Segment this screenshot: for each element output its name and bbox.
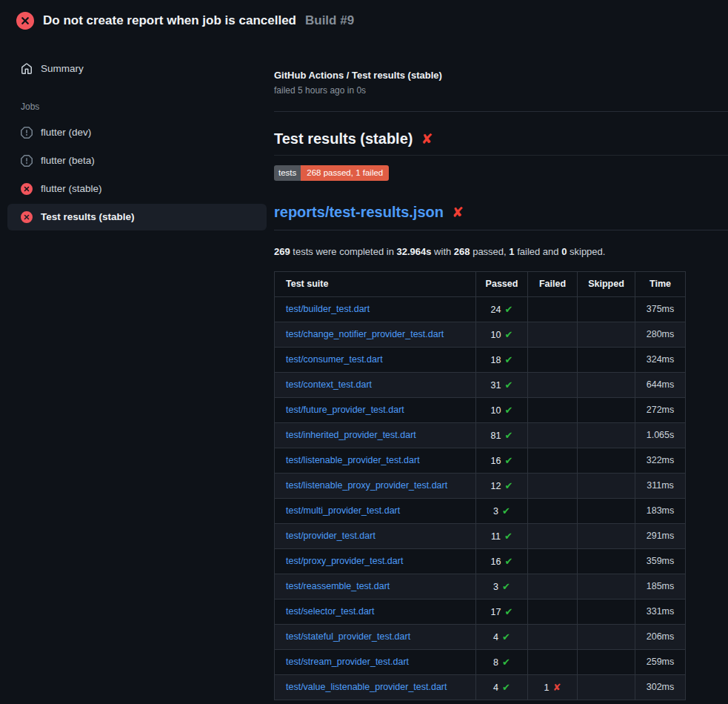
passed-count: 11: [491, 531, 501, 542]
job-label: Test results (stable): [41, 211, 135, 223]
failed-cell: 1✘: [528, 674, 578, 700]
time-cell: 272ms: [635, 397, 686, 422]
suite-link[interactable]: test/value_listenable_provider_test.dart: [286, 682, 447, 692]
failed-cell: [528, 473, 578, 498]
job-label: flutter (stable): [41, 183, 102, 195]
report-file-link[interactable]: reports/test-results.json: [274, 204, 444, 221]
table-header-row: Test suitePassedFailedSkippedTime: [275, 271, 686, 296]
passed-count: 4: [493, 683, 498, 693]
home-icon: [21, 63, 33, 75]
passed-cell: 18✔: [476, 347, 528, 372]
column-header: Skipped: [578, 271, 635, 296]
time-cell: 1.065s: [635, 422, 686, 448]
sidebar-job-item[interactable]: flutter (beta): [7, 147, 267, 174]
passed-cell: 11✔: [476, 523, 528, 548]
skipped-cell: [578, 574, 635, 599]
failed-cell: [528, 347, 578, 372]
skipped-cell: [578, 296, 635, 322]
suite-link[interactable]: test/stream_provider_test.dart: [286, 657, 409, 667]
check-icon: ✔: [505, 430, 513, 441]
check-icon: ✔: [505, 455, 513, 466]
job-label: flutter (beta): [41, 155, 95, 167]
suite-cell: test/builder_test.dart: [275, 296, 476, 322]
sidebar-job-item[interactable]: Test results (stable): [7, 204, 267, 230]
table-row: test/provider_test.dart11✔291ms: [275, 523, 686, 548]
passed-count: 8: [493, 657, 498, 668]
column-header: Failed: [528, 271, 578, 296]
suite-link[interactable]: test/listenable_provider_test.dart: [286, 455, 420, 465]
suite-cell: test/value_listenable_provider_test.dart: [275, 674, 476, 700]
failed-x-icon: ✘: [452, 205, 464, 219]
tests-badge-label: tests: [274, 165, 301, 181]
failed-cell: [528, 448, 578, 473]
check-icon: ✔: [502, 581, 510, 592]
passed-count: 12: [491, 481, 501, 491]
failed-cell: [528, 574, 578, 599]
failed-status-icon: [16, 12, 34, 30]
table-row: test/stream_provider_test.dart8✔259ms: [275, 649, 686, 674]
passed-count: 18: [491, 355, 501, 365]
sidebar-job-item[interactable]: flutter (dev): [7, 119, 267, 146]
check-icon: ✔: [502, 682, 510, 693]
suite-link[interactable]: test/proxy_provider_test.dart: [286, 556, 403, 566]
summary-segment: tests were completed in: [290, 246, 397, 257]
suite-cell: test/change_notifier_provider_test.dart: [275, 322, 476, 347]
suite-link[interactable]: test/change_notifier_provider_test.dart: [286, 329, 444, 339]
check-icon: ✔: [505, 556, 513, 567]
suite-link[interactable]: test/multi_provider_test.dart: [286, 505, 400, 516]
jobs-section-label: Jobs: [21, 102, 267, 112]
suite-link[interactable]: test/listenable_proxy_provider_test.dart: [286, 480, 447, 491]
run-status-text: failed 5 hours ago in 0s: [274, 85, 728, 96]
suite-cell: test/selector_test.dart: [275, 599, 476, 624]
sidebar-job-item[interactable]: flutter (stable): [7, 176, 267, 202]
check-icon: ✔: [502, 631, 510, 642]
suite-link[interactable]: test/builder_test.dart: [286, 304, 370, 314]
column-header: Passed: [476, 271, 528, 296]
summary-segment: skipped.: [567, 246, 605, 257]
suite-link[interactable]: test/selector_test.dart: [286, 606, 375, 617]
suite-link[interactable]: test/inherited_provider_test.dart: [286, 430, 416, 440]
passed-count: 17: [491, 607, 501, 617]
summary-segment: 268: [454, 246, 470, 257]
passed-count: 10: [491, 405, 501, 416]
check-icon: ✔: [505, 304, 513, 315]
suite-link[interactable]: test/consumer_test.dart: [286, 354, 383, 365]
summary-segment: with: [432, 246, 454, 257]
skipped-cell: [578, 473, 635, 498]
passed-count: 10: [491, 330, 501, 340]
failed-cell: [528, 372, 578, 397]
failed-cell: [528, 599, 578, 624]
suite-link[interactable]: test/future_provider_test.dart: [286, 405, 404, 415]
failed-cell: [528, 422, 578, 448]
skipped-cell: [578, 372, 635, 397]
time-cell: 259ms: [635, 649, 686, 674]
table-row: test/future_provider_test.dart10✔272ms: [275, 397, 686, 422]
header-divider: [274, 111, 728, 112]
failed-cell: [528, 624, 578, 649]
passed-count: 16: [491, 557, 501, 567]
sidebar-item-summary[interactable]: Summary: [7, 56, 267, 82]
table-row: test/proxy_provider_test.dart16✔359ms: [275, 548, 686, 574]
skipped-cell: [578, 422, 635, 448]
suite-link[interactable]: test/provider_test.dart: [286, 531, 375, 541]
summary-segment: passed,: [470, 246, 510, 257]
suite-link[interactable]: test/stateful_provider_test.dart: [286, 631, 410, 642]
check-icon: ✔: [505, 379, 513, 391]
table-row: test/multi_provider_test.dart3✔183ms: [275, 498, 686, 523]
passed-cell: 16✔: [476, 548, 528, 574]
skipped-cell: [578, 498, 635, 523]
suite-cell: test/reassemble_test.dart: [275, 574, 476, 599]
suite-link[interactable]: test/context_test.dart: [286, 379, 372, 390]
build-number: Build #9: [305, 13, 354, 28]
suite-link[interactable]: test/reassemble_test.dart: [286, 581, 390, 591]
suite-cell: test/listenable_proxy_provider_test.dart: [275, 473, 476, 498]
check-icon: ✔: [505, 354, 513, 365]
check-icon: ✔: [505, 480, 513, 491]
check-run-content: GitHub Actions / Test results (stable) f…: [274, 41, 728, 700]
passed-cell: 16✔: [476, 448, 528, 473]
job-list: flutter (dev)flutter (beta)flutter (stab…: [7, 119, 267, 230]
suite-cell: test/stream_provider_test.dart: [275, 649, 476, 674]
workflow-run-title: Do not create report when job is cancell…: [43, 13, 296, 28]
skipped-cell: [578, 624, 635, 649]
time-cell: 280ms: [635, 322, 686, 347]
